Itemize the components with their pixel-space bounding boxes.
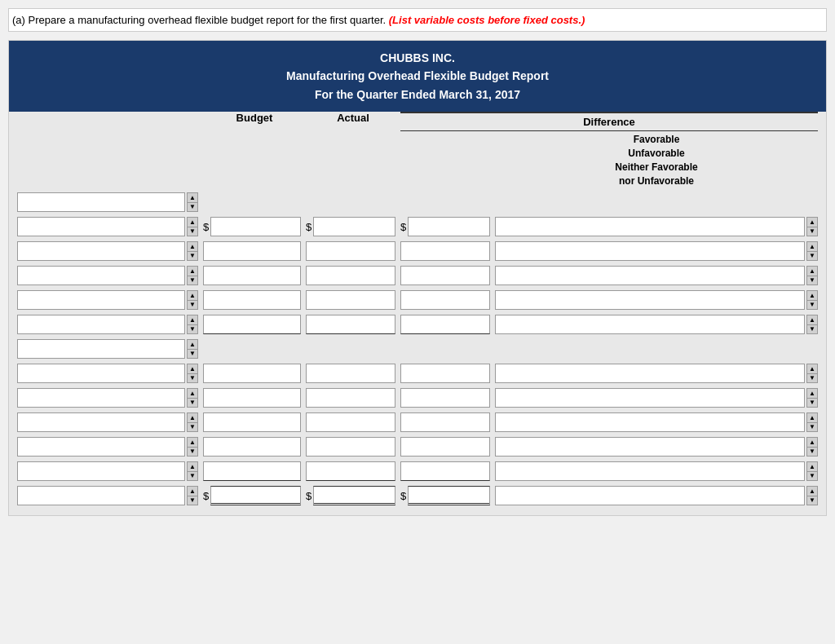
row5-label-spinner[interactable]: ▲ ▼ [187, 290, 198, 310]
spin-down[interactable]: ▼ [806, 373, 818, 383]
row6-diff-spinner[interactable]: ▲ ▼ [806, 315, 818, 334]
row9-label-select[interactable]: FavorableUnfavorableNeither Favorable no… [17, 388, 185, 408]
row8-diff-select[interactable]: FavorableUnfavorableNeither Favorable no… [495, 364, 805, 383]
spin-down[interactable]: ▼ [806, 447, 818, 457]
spin-up[interactable]: ▲ [806, 388, 818, 398]
row9-diff-spinner[interactable]: ▲ ▼ [806, 388, 818, 408]
spin-up[interactable]: ▲ [806, 241, 818, 251]
row13-label-spinner[interactable]: ▲ ▼ [187, 486, 198, 505]
row8-budget-input[interactable] [203, 364, 301, 383]
spin-up[interactable]: ▲ [187, 241, 198, 251]
spin-down[interactable]: ▼ [187, 300, 198, 310]
row4-budget-input[interactable] [203, 266, 301, 285]
row8-label-select[interactable]: FavorableUnfavorableNeither Favorable no… [17, 364, 185, 383]
row4-actual-input[interactable] [306, 266, 395, 285]
spin-down[interactable]: ▼ [806, 324, 818, 334]
row10-actual-input[interactable] [306, 412, 395, 432]
row5-diff-spinner[interactable]: ▲ ▼ [806, 290, 818, 310]
row8-diff-input[interactable] [400, 364, 490, 383]
spin-up[interactable]: ▲ [187, 266, 198, 276]
row1-label-select[interactable]: FavorableUnfavorableNeither Favorable no… [17, 192, 185, 212]
spin-down[interactable]: ▼ [187, 422, 198, 432]
spin-down[interactable]: ▼ [187, 373, 198, 383]
row6-label-select[interactable]: FavorableUnfavorableNeither Favorable no… [17, 315, 185, 334]
row11-diff-spinner[interactable]: ▲ ▼ [806, 437, 818, 457]
row9-diff-input[interactable] [400, 388, 490, 408]
spin-up[interactable]: ▲ [187, 486, 198, 496]
spin-down[interactable]: ▼ [806, 496, 818, 505]
row11-actual-input[interactable] [306, 437, 395, 457]
spin-up[interactable]: ▲ [187, 339, 198, 349]
spin-up[interactable]: ▲ [806, 290, 818, 300]
spin-up[interactable]: ▲ [187, 412, 198, 422]
spin-down[interactable]: ▼ [806, 251, 818, 261]
row9-label-spinner[interactable]: ▲ ▼ [187, 388, 198, 408]
spin-up[interactable]: ▲ [187, 192, 198, 202]
spin-up[interactable]: ▲ [806, 437, 818, 447]
spin-up[interactable]: ▲ [806, 461, 818, 471]
row4-diff-input[interactable] [400, 266, 490, 285]
row13-label-select[interactable]: FavorableUnfavorableNeither Favorable no… [17, 486, 185, 505]
row3-budget-input[interactable] [203, 241, 301, 261]
row13-budget-input[interactable] [210, 486, 301, 505]
row10-diff-select[interactable]: FavorableUnfavorableNeither Favorable no… [495, 412, 805, 432]
row8-actual-input[interactable] [306, 364, 395, 383]
row4-diff-select[interactable]: FavorableUnfavorableNeither Favorable no… [495, 266, 805, 285]
row11-label-select[interactable]: FavorableUnfavorableNeither Favorable no… [17, 437, 185, 457]
row12-label-select[interactable]: FavorableUnfavorableNeither Favorable no… [17, 461, 185, 481]
row13-actual-input[interactable] [313, 486, 395, 505]
row6-budget-input[interactable] [203, 315, 301, 334]
row3-label-select[interactable]: FavorableUnfavorableNeither Favorable no… [17, 241, 185, 261]
row7-label-select[interactable]: FavorableUnfavorableNeither Favorable no… [17, 339, 185, 359]
spin-down[interactable]: ▼ [187, 227, 198, 236]
spin-down[interactable]: ▼ [187, 496, 198, 505]
spin-up[interactable]: ▲ [187, 388, 198, 398]
row5-actual-input[interactable] [306, 290, 395, 310]
spin-down[interactable]: ▼ [806, 276, 818, 285]
row6-actual-input[interactable] [306, 315, 395, 334]
spin-up[interactable]: ▲ [806, 217, 818, 227]
row13-diff-select[interactable]: FavorableUnfavorableNeither Favorable no… [495, 486, 805, 505]
row2-diff-select[interactable]: FavorableUnfavorableNeither Favorable no… [495, 217, 805, 236]
spin-up[interactable]: ▲ [187, 217, 198, 227]
row13-diff-spinner[interactable]: ▲ ▼ [806, 486, 818, 505]
row10-budget-input[interactable] [203, 412, 301, 432]
row10-diff-input[interactable] [400, 412, 490, 432]
row9-actual-input[interactable] [306, 388, 395, 408]
row4-diff-spinner[interactable]: ▲ ▼ [806, 266, 818, 285]
spin-down[interactable]: ▼ [187, 202, 198, 212]
row12-budget-input[interactable] [203, 461, 301, 481]
row8-label-spinner[interactable]: ▲ ▼ [187, 364, 198, 383]
row2-label-select[interactable]: FavorableUnfavorableNeither Favorable no… [17, 217, 185, 236]
row6-diff-select[interactable]: FavorableUnfavorableNeither Favorable no… [495, 315, 805, 334]
row2-actual-input[interactable] [313, 217, 395, 236]
spin-down[interactable]: ▼ [806, 422, 818, 432]
row3-actual-input[interactable] [306, 241, 395, 261]
row4-label-select[interactable]: FavorableUnfavorableNeither Favorable no… [17, 266, 185, 285]
spin-down[interactable]: ▼ [806, 471, 818, 481]
spin-down[interactable]: ▼ [806, 300, 818, 310]
spin-down[interactable]: ▼ [187, 398, 198, 408]
row2-budget-input[interactable] [210, 217, 301, 236]
row11-label-spinner[interactable]: ▲ ▼ [187, 437, 198, 457]
spin-up[interactable]: ▲ [187, 437, 198, 447]
spin-up[interactable]: ▲ [806, 266, 818, 276]
spin-up[interactable]: ▲ [806, 364, 818, 373]
row3-diff-input[interactable] [400, 241, 490, 261]
spin-down[interactable]: ▼ [806, 398, 818, 408]
row3-diff-select[interactable]: FavorableUnfavorableNeither Favorable no… [495, 241, 805, 261]
row6-label-spinner[interactable]: ▲ ▼ [187, 315, 198, 334]
spin-up[interactable]: ▲ [187, 290, 198, 300]
row4-label-spinner[interactable]: ▲ ▼ [187, 266, 198, 285]
row10-label-spinner[interactable]: ▲ ▼ [187, 412, 198, 432]
spin-up[interactable]: ▲ [806, 412, 818, 422]
row8-diff-spinner[interactable]: ▲ ▼ [806, 364, 818, 383]
spin-down[interactable]: ▼ [187, 471, 198, 481]
row2-diff-input[interactable] [408, 217, 490, 236]
row11-budget-input[interactable] [203, 437, 301, 457]
spin-up[interactable]: ▲ [187, 315, 198, 324]
row13-diff-input[interactable] [408, 486, 490, 505]
spin-up[interactable]: ▲ [806, 315, 818, 324]
spin-down[interactable]: ▼ [187, 251, 198, 261]
row12-diff-input[interactable] [400, 461, 490, 481]
